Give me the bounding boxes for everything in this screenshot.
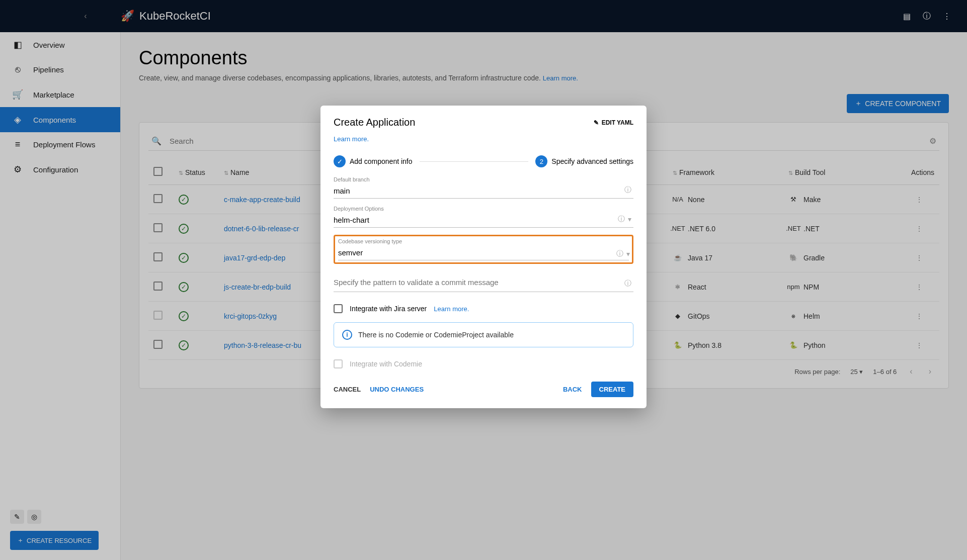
chevron-down-icon[interactable]: ▾ — [628, 215, 631, 223]
chevron-down-icon[interactable]: ▾ — [626, 250, 630, 258]
codemie-info-banner: i There is no Codemie or CodemieProject … — [334, 322, 633, 347]
back-button[interactable]: BACK — [563, 386, 582, 393]
deployment-options-select[interactable] — [334, 213, 633, 228]
codemie-banner-text: There is no Codemie or CodemieProject av… — [358, 331, 514, 339]
cancel-button[interactable]: CANCEL — [334, 386, 361, 393]
stepper: ✓ Add component info 2 Specify advanced … — [334, 155, 633, 167]
dialog-title: Create Application — [334, 117, 415, 128]
info-icon[interactable]: ⓘ — [618, 215, 625, 224]
codemie-label: Integrate with Codemie — [350, 360, 422, 368]
codemie-checkbox — [334, 359, 343, 368]
modal-overlay[interactable]: Create Application ✎ EDIT YAML Learn mor… — [0, 0, 967, 560]
versioning-type-select[interactable] — [338, 245, 629, 260]
step-2-number: 2 — [535, 155, 547, 167]
deployment-options-field: Deployment Options ⓘ▾ — [334, 206, 633, 228]
jira-learn-more-link[interactable]: Learn more. — [434, 305, 469, 313]
default-branch-label: Default branch — [334, 176, 633, 182]
edit-yaml-button[interactable]: ✎ EDIT YAML — [594, 119, 633, 126]
info-icon[interactable]: ⓘ — [616, 249, 623, 258]
codemie-integration-row: Integrate with Codemie — [334, 354, 633, 374]
check-icon: ✓ — [334, 155, 346, 167]
dialog-learn-more-link[interactable]: Learn more. — [334, 135, 369, 143]
default-branch-field: Default branch ⓘ — [334, 176, 633, 199]
dialog-actions: CANCEL UNDO CHANGES BACK CREATE — [334, 382, 633, 397]
default-branch-input[interactable] — [334, 183, 633, 199]
info-icon[interactable]: ⓘ — [624, 279, 631, 288]
step-2[interactable]: 2 Specify advanced settings — [535, 155, 633, 167]
info-icon[interactable]: ⓘ — [624, 185, 631, 195]
commit-pattern-field: ⓘ — [334, 273, 633, 292]
deployment-options-label: Deployment Options — [334, 206, 633, 212]
pencil-icon: ✎ — [594, 119, 599, 126]
jira-integration-row: Integrate with Jira server Learn more. — [334, 299, 633, 318]
info-icon: i — [342, 330, 352, 340]
commit-pattern-input[interactable] — [334, 273, 633, 292]
undo-changes-button[interactable]: UNDO CHANGES — [370, 386, 424, 393]
create-button[interactable]: CREATE — [591, 382, 633, 397]
versioning-type-label: Codebase versioning type — [338, 238, 629, 244]
versioning-type-field: Codebase versioning type ⓘ▾ — [334, 235, 633, 264]
create-application-dialog: Create Application ✎ EDIT YAML Learn mor… — [320, 106, 647, 408]
jira-checkbox[interactable] — [334, 304, 343, 313]
jira-label: Integrate with Jira server — [350, 305, 427, 313]
step-1[interactable]: ✓ Add component info — [334, 155, 413, 167]
